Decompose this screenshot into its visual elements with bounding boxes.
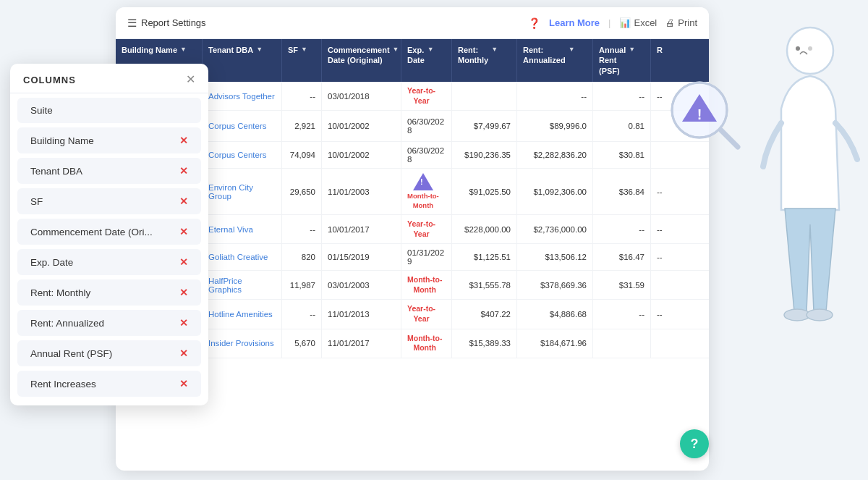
learn-more-button[interactable]: Learn More: [549, 17, 600, 28]
column-item-rent-monthly: Rent: Monthly ✕: [17, 279, 201, 306]
td-exp: 06/30/2028: [401, 111, 452, 141]
td-annualized: $89,996.0: [517, 111, 593, 141]
remove-comm-date-button[interactable]: ✕: [179, 226, 188, 237]
td-comm: 11/01/2003: [322, 169, 401, 214]
td-tenant[interactable]: HalfPrice Graphics: [203, 271, 282, 299]
hamburger-icon: ☰: [127, 17, 137, 30]
column-item-tenant-dba: Tenant DBA ✕: [17, 158, 201, 184]
column-item-annual-psf: Annual Rent (PSF) ✕: [17, 340, 201, 366]
remove-sf-button[interactable]: ✕: [179, 195, 188, 207]
print-button[interactable]: 🖨 Print: [665, 17, 697, 28]
td-sf: 5,670: [282, 329, 322, 358]
remove-rent-increases-button[interactable]: ✕: [179, 378, 188, 390]
remove-rent-monthly-button[interactable]: ✕: [179, 287, 188, 298]
question-icon: ❓: [528, 17, 540, 29]
svg-text:!: !: [697, 106, 702, 122]
help-button[interactable]: ?: [680, 429, 709, 458]
td-sf: 29,650: [282, 169, 322, 214]
td-monthly: $190,236.35: [452, 142, 517, 168]
remove-tenant-dba-button[interactable]: ✕: [179, 165, 188, 177]
td-sf: --: [282, 300, 322, 328]
column-label: SF: [30, 196, 43, 207]
column-label: Exp. Date: [30, 257, 73, 268]
th-monthly[interactable]: Rent:Monthly ▼: [452, 39, 517, 82]
column-label: Commencement Date (Ori...: [30, 227, 153, 237]
remove-annual-psf-button[interactable]: ✕: [179, 348, 188, 359]
column-item-suite: Suite: [17, 98, 201, 123]
column-label: Rent Increases: [30, 379, 96, 390]
column-label: Annual Rent (PSF): [30, 348, 112, 359]
th-tenant[interactable]: Tenant DBA ▼: [203, 39, 282, 82]
td-tenant[interactable]: Goliath Creative: [203, 244, 282, 270]
columns-title: COLUMNS: [23, 75, 76, 85]
remove-building-name-button[interactable]: ✕: [179, 135, 188, 146]
td-annualized: $2,736,000.00: [517, 215, 593, 243]
td-comm: 11/01/2017: [322, 329, 401, 358]
th-psf[interactable]: AnnualRent(PSF) ▼: [593, 39, 651, 82]
column-item-comm-date: Commencement Date (Ori... ✕: [17, 219, 201, 245]
th-comm[interactable]: CommencementDate (Original) ▼: [322, 39, 401, 82]
td-annualized: --: [517, 82, 593, 110]
td-exp: Year-to-Year: [401, 300, 452, 328]
td-tenant[interactable]: Eternal Viva: [203, 215, 282, 243]
column-item-sf: SF ✕: [17, 188, 201, 214]
td-exp: Month-to-Month: [401, 271, 452, 299]
td-psf: --: [593, 215, 651, 243]
column-label: Rent: Monthly: [30, 287, 90, 298]
column-item-rent-increases: Rent Increases ✕: [17, 371, 201, 397]
td-ri: [651, 329, 680, 358]
excel-icon: 📊: [619, 17, 631, 28]
td-comm: 10/01/2002: [322, 111, 401, 141]
td-tenant[interactable]: Environ City Group: [203, 169, 282, 214]
td-annualized: $184,671.96: [517, 329, 593, 358]
td-tenant[interactable]: Corpus Centers: [203, 142, 282, 168]
svg-point-3: [796, 46, 800, 51]
th-exp[interactable]: Exp.Date ▼: [401, 39, 452, 82]
sort-icon-building: ▼: [180, 46, 187, 53]
td-tenant[interactable]: Advisors Together: [203, 82, 282, 110]
td-monthly: [452, 82, 517, 110]
td-monthly: $15,389.33: [452, 329, 517, 358]
remove-exp-date-button[interactable]: ✕: [179, 256, 188, 268]
td-tenant[interactable]: Hotline Amenities: [203, 300, 282, 328]
td-comm: 11/01/2013: [322, 300, 401, 328]
column-label: Building Name: [30, 135, 94, 146]
th-annualized[interactable]: Rent:Annualized ▼: [517, 39, 593, 82]
td-psf: $31.59: [593, 271, 651, 299]
td-exp: Month-to-Month: [401, 329, 452, 358]
report-settings-label: Report Settings: [141, 17, 206, 28]
td-monthly: $228,000.00: [452, 215, 517, 243]
td-exp: 06/30/2028: [401, 142, 452, 168]
td-comm: 10/01/2017: [322, 215, 401, 243]
column-item-exp-date: Exp. Date ✕: [17, 249, 201, 275]
td-exp: Year-to-Year: [401, 82, 452, 110]
column-item-rent-annualized: Rent: Annualized ✕: [17, 310, 201, 336]
td-monthly: $91,025.50: [452, 169, 517, 214]
column-item-building-name: Building Name ✕: [17, 127, 201, 153]
td-monthly: $31,555.78: [452, 271, 517, 299]
td-sf: 2,921: [282, 111, 322, 141]
td-ri: --: [651, 300, 680, 328]
td-comm: 03/01/2018: [322, 82, 401, 110]
excel-button[interactable]: 📊 Excel: [619, 17, 657, 28]
svg-line-8: [721, 130, 738, 147]
close-button[interactable]: ✕: [186, 74, 195, 85]
column-label: Suite: [30, 105, 53, 116]
td-tenant[interactable]: Insider Provisions: [203, 329, 282, 358]
td-exp: 01/31/2029: [401, 244, 452, 270]
sort-icon-monthly: ▼: [491, 46, 498, 53]
td-psf: $36.84: [593, 169, 651, 214]
th-sf[interactable]: SF ▼: [282, 39, 322, 82]
report-settings[interactable]: ☰ Report Settings: [127, 17, 206, 30]
td-ri: --: [651, 169, 680, 214]
remove-rent-annualized-button[interactable]: ✕: [179, 317, 188, 329]
sort-icon-sf: ▼: [301, 46, 307, 53]
report-header: ☰ Report Settings ❓ Learn More | 📊 Excel…: [116, 7, 709, 39]
td-monthly: $7,499.67: [452, 111, 517, 141]
sort-icon-exp: ▼: [427, 46, 434, 53]
td-tenant[interactable]: Corpus Centers: [203, 111, 282, 141]
td-psf: --: [593, 82, 651, 110]
column-label: Rent: Annualized: [30, 318, 104, 329]
separator: |: [608, 17, 610, 28]
sort-icon-comm: ▼: [393, 46, 399, 53]
